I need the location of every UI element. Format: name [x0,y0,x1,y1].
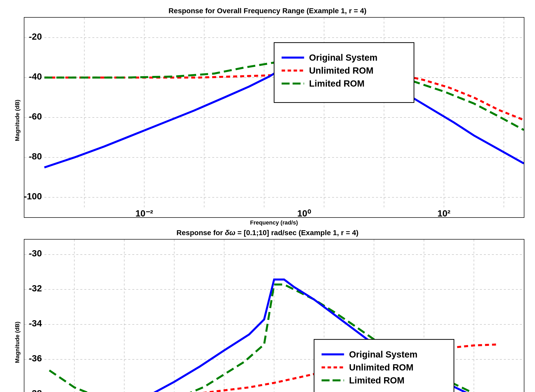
svg-text:Unlimited ROM: Unlimited ROM [309,66,373,75]
svg-text:Original System: Original System [349,349,417,359]
chart1-title: Response for Overall Frequency Range (Ex… [11,7,524,15]
chart2-svg: -30 -32 -34 -36 -38 -40 10⁻¹ 10⁰ 10¹ [24,240,524,392]
svg-text:-20: -20 [29,32,42,41]
svg-text:-60: -60 [29,111,42,121]
chart1-axis-container: -20 -40 -60 -80 -100 10⁻² 10⁰ 10² [24,17,524,223]
chart1-x-axis-label: Frequency (rad/s) [24,219,524,226]
svg-text:Unlimited ROM: Unlimited ROM [349,362,413,372]
svg-text:Limited ROM: Limited ROM [309,79,364,88]
chart2-title: Response for δω = [0.1;10] rad/sec (Exam… [11,229,524,237]
svg-text:-40: -40 [29,72,42,81]
charts-container: Response for Overall Frequency Range (Ex… [11,7,524,385]
chart2-axis-container: -30 -32 -34 -36 -38 -40 10⁻¹ 10⁰ 10¹ [24,239,524,392]
chart1-area: Magnitude (dB) [11,17,524,223]
svg-text:Original System: Original System [309,53,377,62]
chart1-svg: -20 -40 -60 -80 -100 10⁻² 10⁰ 10² [24,18,524,217]
svg-text:10²: 10² [437,208,450,218]
chart2-y-axis-label: Magnitude (dB) [11,239,24,392]
chart1-y-axis-label: Magnitude (dB) [11,17,24,223]
svg-text:10⁻²: 10⁻² [135,208,153,218]
chart2-plot: -30 -32 -34 -36 -38 -40 10⁻¹ 10⁰ 10¹ [24,239,524,392]
chart1-plot: -20 -40 -60 -80 -100 10⁻² 10⁰ 10² [24,17,524,218]
chart1-wrapper: Response for Overall Frequency Range (Ex… [11,7,524,226]
svg-text:-34: -34 [29,319,42,328]
chart2-wrapper: Response for δω = [0.1;10] rad/sec (Exam… [11,229,524,392]
svg-text:-38: -38 [29,388,42,392]
svg-text:-32: -32 [29,284,42,293]
svg-text:10⁰: 10⁰ [297,208,311,218]
svg-text:-36: -36 [29,353,42,363]
svg-text:-100: -100 [24,191,42,201]
svg-text:-30: -30 [29,249,42,258]
chart2-area: Magnitude (dB) [11,239,524,392]
svg-text:-80: -80 [29,151,42,161]
svg-text:Limited ROM: Limited ROM [349,375,404,385]
